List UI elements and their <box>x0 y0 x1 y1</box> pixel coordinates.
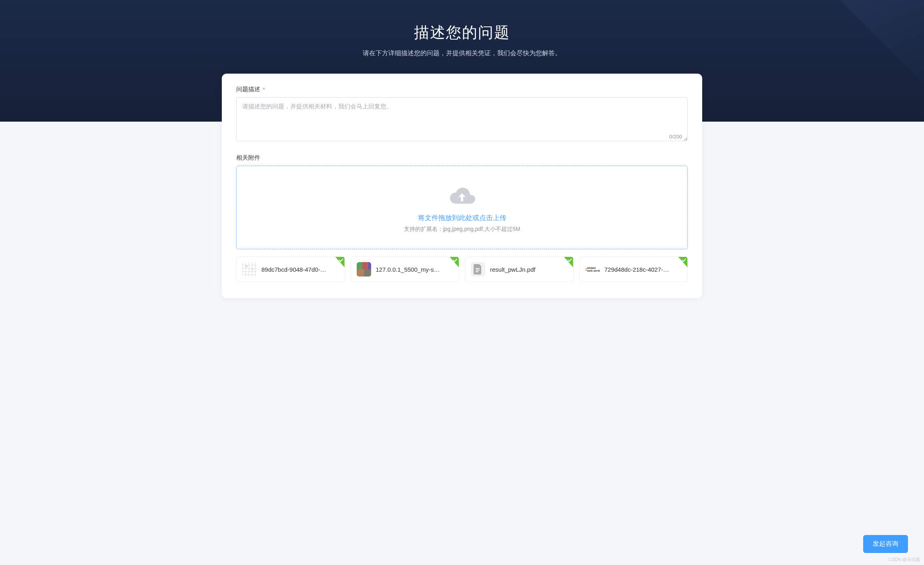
attachment-label: 相关附件 <box>236 154 688 162</box>
uploaded-file-item[interactable]: 89dc7bcd-9048-47d0-… <box>236 256 345 282</box>
uploaded-file-item[interactable]: result_pwLJn.pdf <box>465 256 574 282</box>
file-name: 127.0.0.1_5500_my-s… <box>376 266 454 273</box>
watermark-text: CSDN @马优晨 <box>889 557 920 563</box>
description-label: 问题描述 * <box>236 86 688 93</box>
uploaded-files-grid: 89dc7bcd-9048-47d0-… 127.0.0.1_5500_my-s… <box>236 256 688 282</box>
file-name: result_pwLJn.pdf <box>490 266 568 273</box>
file-thumbnail-icon <box>585 262 600 276</box>
attachment-label-text: 相关附件 <box>236 154 260 162</box>
description-field-wrap: 0/200 <box>236 97 688 143</box>
upload-link-text: 将文件拖放到此处或点击上传 <box>245 213 679 222</box>
file-thumbnail-icon <box>357 262 371 276</box>
svg-rect-1 <box>476 270 480 270</box>
submit-button[interactable]: 发起咨询 <box>863 535 908 553</box>
upload-dropzone[interactable]: 将文件拖放到此处或点击上传 支持的扩展名：jpg,jpeg,png,pdf,大小… <box>236 166 688 249</box>
upload-hint-text: 支持的扩展名：jpg,jpeg,png,pdf,大小不超过5M <box>245 226 679 233</box>
file-name: 89dc7bcd-9048-47d0-… <box>261 266 339 273</box>
required-asterisk: * <box>263 86 265 93</box>
svg-rect-2 <box>476 271 478 272</box>
file-thumbnail-icon <box>242 262 257 276</box>
svg-rect-0 <box>476 268 480 269</box>
uploaded-file-item[interactable]: 127.0.0.1_5500_my-s… <box>351 256 460 282</box>
form-card: 问题描述 * 0/200 相关附件 将文件拖放到此处或点击上传 支持的扩展名：j… <box>222 74 702 298</box>
document-icon <box>471 262 485 276</box>
cloud-upload-icon <box>448 186 476 206</box>
page-title: 描述您的问题 <box>0 22 924 43</box>
description-textarea[interactable] <box>236 97 688 141</box>
submit-row: 发起咨询 <box>863 535 908 553</box>
description-label-text: 问题描述 <box>236 86 260 93</box>
file-name: 729d48dc-218c-4027-… <box>605 266 682 273</box>
uploaded-file-item[interactable]: 729d48dc-218c-4027-… <box>579 256 688 282</box>
page-subtitle: 请在下方详细描述您的问题，并提供相关凭证，我们会尽快为您解答。 <box>0 49 924 58</box>
